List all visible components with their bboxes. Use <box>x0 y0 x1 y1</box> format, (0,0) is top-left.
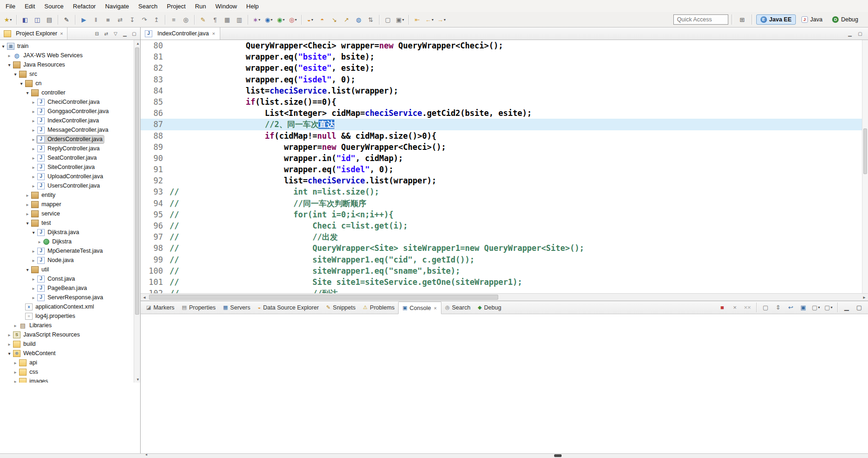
new-wizard-button[interactable]: ★▾ <box>2 14 14 25</box>
code-line-100[interactable]: 100// siteWrapper1.eq("sname",bsite); <box>141 265 868 276</box>
tab-search[interactable]: ◎Search <box>441 301 474 314</box>
web-browser-button[interactable]: ◍ <box>353 14 365 25</box>
collapsed-arrow-icon[interactable]: ▸ <box>30 258 37 263</box>
code-line-95[interactable]: 95// for(int i=0;i<n;i++){ <box>141 209 868 220</box>
code-line-80[interactable]: 80 QueryWrapper<Checi> wrapper=new Query… <box>141 40 868 51</box>
tree-item-javascript-resources[interactable]: ▸SJavaScript Resources <box>0 330 140 339</box>
code-line-84[interactable]: 84 list=checiService.list(wrapper); <box>141 85 868 96</box>
step-filters-button[interactable]: ⇄ <box>114 14 126 25</box>
collapsed-arrow-icon[interactable]: ▸ <box>12 370 19 375</box>
import-archive-button[interactable]: ↘ <box>328 14 340 25</box>
code-line-90[interactable]: 90 wrapper.in("id", cidMap); <box>141 153 868 164</box>
minimize-console-button[interactable]: ▁ <box>841 302 853 313</box>
tree-item-src[interactable]: ▾src <box>0 69 140 79</box>
maximize-editor-button[interactable]: ▢ <box>856 29 864 38</box>
scrollbar-thumb[interactable] <box>135 47 139 315</box>
remove-all-launches-button[interactable]: ×× <box>741 302 753 313</box>
collapsed-arrow-icon[interactable]: ▸ <box>24 211 31 216</box>
collapsed-arrow-icon[interactable]: ▸ <box>30 100 37 105</box>
tree-item-log4j-properties[interactable]: ≡log4j.properties <box>0 311 140 321</box>
tab-servers[interactable]: ▦Servers <box>219 301 254 314</box>
open-element-button[interactable]: ✎ <box>61 14 73 25</box>
menu-navigate[interactable]: Navigate <box>101 1 134 12</box>
collapsed-arrow-icon[interactable]: ▸ <box>30 146 37 151</box>
show-source-menu-button[interactable]: ≡ <box>168 14 180 25</box>
expanded-arrow-icon[interactable]: ▾ <box>24 90 31 95</box>
tree-item-pagebean-java[interactable]: ▸JPageBean.java <box>0 283 140 293</box>
view-menu-button[interactable]: ▽ <box>111 29 120 38</box>
debug-as-button[interactable]: ◉▾ <box>263 14 275 25</box>
perspective-debug[interactable]: DDebug <box>828 14 862 25</box>
tab-console[interactable]: ▣Console× <box>398 302 441 314</box>
display-selected-console-button[interactable]: ▢▾ <box>810 302 822 313</box>
step-over-button[interactable]: ↷ <box>138 14 150 25</box>
back-button[interactable]: ←▾ <box>423 14 435 25</box>
collapsed-arrow-icon[interactable]: ▸ <box>6 332 13 337</box>
tree-item-replycontroller-java[interactable]: ▸JReplyController.java <box>0 144 140 153</box>
collapsed-arrow-icon[interactable]: ▸ <box>30 286 37 291</box>
menu-run[interactable]: Run <box>190 1 211 12</box>
code-line-99[interactable]: 99// siteWrapper1.eq("cid", c.getId()); <box>141 254 868 265</box>
project-explorer-tab[interactable]: Project Explorer × <box>0 27 68 40</box>
tab-snippets[interactable]: ✎Snippets <box>323 301 359 314</box>
close-icon[interactable]: × <box>60 31 63 36</box>
data-source-explorer-button[interactable]: ◓ <box>316 14 328 25</box>
explorer-scrollbar[interactable]: ▴ ▾ <box>134 40 140 383</box>
search-button[interactable]: ◎ <box>180 14 192 25</box>
tree-item-node-java[interactable]: ▸JNode.java <box>0 256 140 265</box>
collapsed-arrow-icon[interactable]: ▸ <box>30 276 37 282</box>
tab-properties[interactable]: ▤Properties <box>178 301 219 314</box>
open-perspective-button[interactable]: ⊞ <box>736 14 748 25</box>
expanded-arrow-icon[interactable]: ▾ <box>6 351 13 356</box>
scroll-left-icon[interactable]: ◂ <box>141 295 148 300</box>
annotate-button[interactable]: ✎ <box>197 14 209 25</box>
minimize-editor-button[interactable]: ▁ <box>846 29 854 38</box>
collapsed-arrow-icon[interactable]: ▸ <box>12 379 19 383</box>
code-line-94[interactable]: 94// //同一车次判断顺序 <box>141 198 868 209</box>
scrollbar-thumb[interactable] <box>863 128 867 174</box>
link-with-editor-button[interactable]: ⇄ <box>102 29 110 38</box>
menu-source[interactable]: Source <box>40 1 68 12</box>
expanded-arrow-icon[interactable]: ▾ <box>6 62 13 67</box>
tree-item-gonggaocontroller-java[interactable]: ▸JGonggaoController.java <box>0 107 140 116</box>
tree-item-mpgeneratetest-java[interactable]: ▸JMpGenerateTest.java <box>0 246 140 256</box>
new-java-ee-artifact-button[interactable]: ∗▾ <box>251 14 263 25</box>
menu-window[interactable]: Window <box>211 1 242 12</box>
clear-console-button[interactable]: ▢ <box>760 302 772 313</box>
editor-tab-indexcontroller[interactable]: J IndexController.java × <box>141 27 220 40</box>
collapsed-arrow-icon[interactable]: ▸ <box>30 249 37 254</box>
code-line-82[interactable]: 82 wrapper.eq("esite", esite); <box>141 62 868 74</box>
tree-item-checicontroller-java[interactable]: ▸JCheciController.java <box>0 97 140 107</box>
tree-item-seatcontroller-java[interactable]: ▸JSeatController.java <box>0 153 140 162</box>
collapsed-arrow-icon[interactable]: ▸ <box>30 137 37 142</box>
tree-item-mapper[interactable]: ▸mapper <box>0 200 140 209</box>
collapse-all-button[interactable]: ⊟ <box>93 29 101 38</box>
pin-console-button[interactable]: ▣ <box>797 302 809 313</box>
code-line-85[interactable]: 85 if(list.size()==0){ <box>141 96 868 108</box>
expanded-arrow-icon[interactable]: ▾ <box>30 230 37 235</box>
scroll-right-icon[interactable]: ▸ <box>861 295 868 300</box>
terminate-button[interactable]: ■ <box>102 14 114 25</box>
code-line-98[interactable]: 98// QueryWrapper<Site> siteWrapper1=new… <box>141 242 868 254</box>
collapsed-arrow-icon[interactable]: ▸ <box>30 165 37 170</box>
perspective-java[interactable]: JJava <box>797 14 827 25</box>
tree-item-dijkstra[interactable]: ▸Dijkstra <box>0 237 140 246</box>
open-console-button[interactable]: ▢▾ <box>822 302 834 313</box>
menu-file[interactable]: File <box>1 1 20 12</box>
tree-item-test[interactable]: ▾test <box>0 218 140 228</box>
collapsed-arrow-icon[interactable]: ▸ <box>24 193 31 198</box>
collapsed-arrow-icon[interactable]: ▸ <box>30 295 37 300</box>
perspective-java-ee[interactable]: EJava EE <box>756 14 796 25</box>
code-line-102[interactable]: 102// //到达 <box>141 288 868 293</box>
collapsed-arrow-icon[interactable]: ▸ <box>30 174 37 179</box>
export-archive-button[interactable]: ↗ <box>340 14 353 25</box>
collapsed-arrow-icon[interactable]: ▸ <box>12 360 19 365</box>
code-line-91[interactable]: 91 wrapper.eq("isdel", 0); <box>141 164 868 175</box>
scroll-lock-button[interactable]: ⇕ <box>772 302 784 313</box>
code-line-86[interactable]: 86 List<Integer> cidMap=checiService.get… <box>141 108 868 119</box>
menu-refactor[interactable]: Refactor <box>68 1 101 12</box>
collapsed-arrow-icon[interactable]: ▸ <box>30 128 37 133</box>
tree-item-webcontent[interactable]: ▾◍WebContent <box>0 349 140 358</box>
save-button[interactable]: ◧ <box>19 14 31 25</box>
scroll-up-icon[interactable]: ▴ <box>134 40 140 47</box>
